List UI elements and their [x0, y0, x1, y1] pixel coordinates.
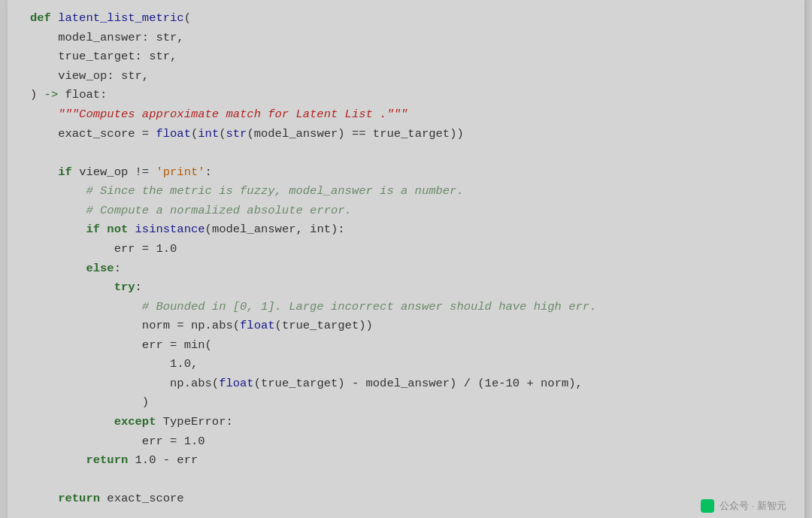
code-container: def latent_list_metric( model_answer: st… [8, 0, 804, 518]
code-block: def latent_list_metric( model_answer: st… [30, 9, 782, 509]
watermark-text: 公众号 · 新智元 [720, 500, 786, 511]
watermark: 公众号 · 新智元 [701, 499, 786, 513]
wechat-icon [701, 499, 714, 513]
